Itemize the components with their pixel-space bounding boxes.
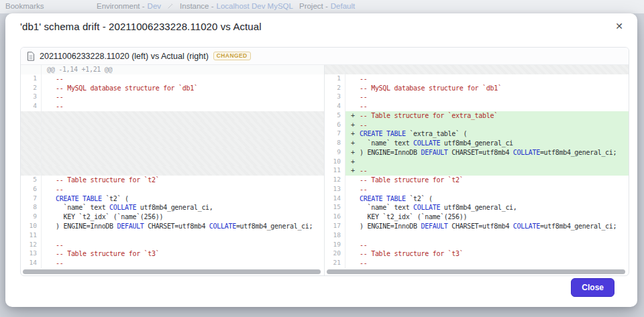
diff-line: 7+CREATE TABLE `extra_table` ( xyxy=(325,129,629,139)
environment-selector[interactable]: Environment - Dev xyxy=(97,2,161,10)
line-content: -- xyxy=(345,259,629,268)
diff-line: 8+ `name` text COLLATE utf8mb4_general_c… xyxy=(325,139,629,148)
diff-pane-left: @@ -1,14 +1,21 @@1--2-- MySQL database s… xyxy=(21,65,325,276)
line-number: 10 xyxy=(325,157,345,167)
line-content: CREATE TABLE `t2` ( xyxy=(42,194,324,204)
line-content: ) ENGINE=InnoDB DEFAULT CHARSET=utf8mb4 … xyxy=(345,222,629,231)
diff-left-body: @@ -1,14 +1,21 @@1--2-- MySQL database s… xyxy=(21,65,324,268)
line-content: @@ -1,14 +1,21 @@ xyxy=(42,65,324,74)
diff-line xyxy=(325,65,629,74)
line-content xyxy=(42,231,324,241)
line-content: -- xyxy=(345,92,629,102)
line-number: 2 xyxy=(21,84,42,93)
diff-line: 18 xyxy=(325,231,629,241)
line-number: 8 xyxy=(325,139,345,148)
diff-line: 5-- Table structure for `t2` xyxy=(21,176,324,185)
line-content: -- xyxy=(345,241,629,250)
line-number: 18 xyxy=(325,231,345,241)
file-icon xyxy=(27,52,35,61)
diff-line: 7CREATE TABLE `t2` ( xyxy=(21,194,324,204)
line-number xyxy=(21,139,42,148)
line-number: 4 xyxy=(325,102,345,111)
line-number: 14 xyxy=(325,194,345,204)
line-content: -- xyxy=(42,102,324,111)
diff-line: 12-- xyxy=(21,241,324,250)
environment-value[interactable]: Dev xyxy=(148,2,161,10)
diff-line: 21-- xyxy=(325,259,629,268)
instance-selector[interactable]: Instance - Localhost Dev MySQL xyxy=(180,2,293,10)
diff-line: 9 KEY `t2_idx` (`name`(256)) xyxy=(21,212,324,222)
line-number xyxy=(21,121,42,130)
diff-line: 15 `name` text COLLATE utf8mb4_general_c… xyxy=(325,203,629,212)
diff-line: 3-- xyxy=(325,92,629,102)
line-number: 13 xyxy=(325,185,345,194)
diff-line: 20-- Table structure for `t3` xyxy=(325,249,629,259)
line-content xyxy=(42,121,324,130)
close-icon[interactable]: ✕ xyxy=(612,19,627,34)
line-content: -- xyxy=(345,185,629,194)
diff-body: @@ -1,14 +1,21 @@1--2-- MySQL database s… xyxy=(21,65,629,276)
instance-value[interactable]: Localhost Dev MySQL xyxy=(217,2,293,10)
line-content: CREATE TABLE `t2` ( xyxy=(345,194,629,204)
diff-header: 20211006233228.11020 (left) vs Actual (r… xyxy=(21,48,629,65)
line-number: 8 xyxy=(21,203,42,212)
diff-line xyxy=(21,157,324,167)
line-number xyxy=(21,111,42,121)
line-number xyxy=(21,129,42,139)
project-value[interactable]: Default xyxy=(331,2,355,10)
line-content: +) ENGINE=InnoDB DEFAULT CHARSET=utf8mb4… xyxy=(345,148,629,157)
line-number xyxy=(21,157,42,167)
diff-line: 1-- xyxy=(21,74,324,84)
line-content: -- xyxy=(345,74,629,84)
horizontal-scrollbar-left[interactable] xyxy=(23,269,321,274)
line-content: `name` text COLLATE utf8mb4_general_ci, xyxy=(345,203,629,212)
line-number: 4 xyxy=(21,102,42,111)
line-content: -- xyxy=(42,241,324,250)
diff-line: 6-- xyxy=(21,185,324,194)
diff-line: 5+-- Table structure for `extra_table` xyxy=(325,111,629,121)
line-content: ) ENGINE=InnoDB DEFAULT CHARSET=utf8mb4 … xyxy=(42,222,324,231)
diff-line: 19-- xyxy=(325,241,629,250)
line-number: 7 xyxy=(21,194,42,204)
diff-line xyxy=(21,166,324,176)
line-number: 16 xyxy=(325,212,345,222)
diff-line: 8 `name` text COLLATE utf8mb4_general_ci… xyxy=(21,203,324,212)
project-label: Project - xyxy=(299,2,328,10)
line-content: -- xyxy=(345,102,629,111)
diff-line: @@ -1,14 +1,21 @@ xyxy=(21,65,324,74)
line-content xyxy=(42,157,324,167)
diff-line: 10) ENGINE=InnoDB DEFAULT CHARSET=utf8mb… xyxy=(21,222,324,231)
diff-line: 1-- xyxy=(325,74,629,84)
line-content xyxy=(42,139,324,148)
topbar-context-group: Environment - Dev Instance - Localhost D… xyxy=(97,2,355,10)
instance-label: Instance - xyxy=(180,2,214,10)
line-content: -- Table structure for `t3` xyxy=(42,249,324,259)
diff-line: 2-- MySQL database structure for `db1` xyxy=(325,84,629,93)
line-number: 20 xyxy=(325,249,345,259)
line-number: 7 xyxy=(325,129,345,139)
line-content xyxy=(42,166,324,176)
diff-viewer: 20211006233228.11020 (left) vs Actual (r… xyxy=(20,47,629,276)
environment-label: Environment - xyxy=(97,2,145,10)
line-content: -- MySQL database structure for `db1` xyxy=(42,84,324,93)
line-number: 5 xyxy=(325,111,345,121)
line-content: `name` text COLLATE utf8mb4_general_ci, xyxy=(42,203,324,212)
line-content xyxy=(345,65,629,74)
bookmarks-label: Bookmarks xyxy=(5,2,44,10)
diff-line: 6+-- xyxy=(325,121,629,130)
line-number: 10 xyxy=(21,222,42,231)
diff-line: 3-- xyxy=(21,92,324,102)
diff-line: 4-- xyxy=(325,102,629,111)
line-number: 9 xyxy=(21,212,42,222)
line-content: KEY `t2_idx` (`name`(256)) xyxy=(42,212,324,222)
project-selector[interactable]: Project - Default xyxy=(299,2,355,10)
diff-line: 2-- MySQL database structure for `db1` xyxy=(21,84,324,93)
changed-badge: CHANGED xyxy=(213,52,251,61)
close-button[interactable]: Close xyxy=(571,278,614,297)
horizontal-scrollbar-right[interactable] xyxy=(327,269,625,274)
line-number: 12 xyxy=(325,176,345,185)
diff-line xyxy=(21,139,324,148)
line-content xyxy=(345,231,629,241)
schema-drift-modal: 'db1' schema drift - 20211006233228.1102… xyxy=(5,13,637,307)
diff-pane-right: 1--2-- MySQL database structure for `db1… xyxy=(325,65,629,276)
